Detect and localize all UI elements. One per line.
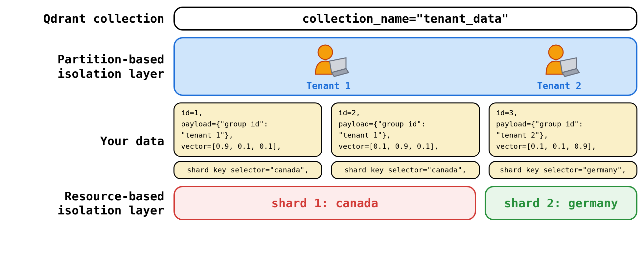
tenant-1: Tenant 1 (175, 43, 482, 91)
shard-key-card: shard_key_selector="canada", (173, 161, 322, 179)
record-id-line: id=1, (181, 107, 315, 119)
collection-box: collection_name="tenant_data" (173, 7, 637, 31)
record-id-line: id=2, (338, 107, 472, 119)
record-vector-line: vector=[0.1, 0.1, 0.9], (496, 141, 630, 152)
collection-expression: collection_name="tenant_data" (302, 12, 509, 25)
label-resource-layer: Resource-based isolation layer (7, 189, 164, 217)
shard-1-label: shard 1: canada (271, 196, 378, 210)
record-card: id=3, payload={"group_id": "tenant_2"}, … (489, 102, 637, 157)
data-card-3: id=3, payload={"group_id": "tenant_2"}, … (489, 102, 637, 179)
svg-point-0 (318, 45, 333, 59)
record-vector-line: vector=[0.9, 0.1, 0.1], (181, 141, 315, 152)
user-laptop-icon (307, 43, 350, 79)
tenant-2-label: Tenant 2 (537, 80, 582, 91)
data-row: id=1, payload={"group_id": "tenant_1"}, … (173, 102, 637, 179)
partition-layer-box: Tenant 1 Tenant 2 (173, 37, 637, 96)
shard-2-box: shard 2: germany (485, 186, 637, 220)
record-payload-line: payload={"group_id": "tenant_1"}, (338, 119, 472, 141)
tenant-1-label: Tenant 1 (307, 80, 351, 91)
diagram-grid: Qdrant collection collection_name="tenan… (7, 7, 637, 220)
label-qdrant-collection: Qdrant collection (7, 11, 164, 26)
shard-row: shard 1: canada shard 2: germany (173, 186, 637, 220)
record-payload-line: payload={"group_id": "tenant_1"}, (181, 119, 315, 141)
shard-key-card: shard_key_selector="canada", (331, 161, 480, 179)
record-id-line: id=3, (496, 107, 630, 119)
record-card: id=2, payload={"group_id": "tenant_1"}, … (331, 102, 480, 157)
shard-1-box: shard 1: canada (173, 186, 476, 220)
record-card: id=1, payload={"group_id": "tenant_1"}, … (173, 102, 322, 157)
record-payload-line: payload={"group_id": "tenant_2"}, (496, 119, 630, 141)
data-card-1: id=1, payload={"group_id": "tenant_1"}, … (173, 102, 322, 179)
svg-point-1 (549, 45, 563, 59)
shard-2-label: shard 2: germany (504, 196, 618, 210)
tenant-2: Tenant 2 (482, 43, 636, 91)
record-vector-line: vector=[0.1, 0.9, 0.1], (338, 141, 472, 152)
data-card-2: id=2, payload={"group_id": "tenant_1"}, … (331, 102, 480, 179)
shard-key-card: shard_key_selector="germany", (489, 161, 637, 179)
label-your-data: Your data (7, 134, 164, 148)
user-laptop-icon (538, 43, 581, 79)
label-partition-layer: Partition-based isolation layer (7, 52, 164, 80)
